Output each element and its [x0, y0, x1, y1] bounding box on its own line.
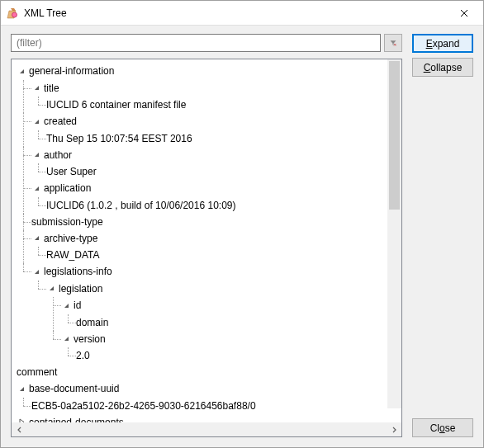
tree-node-label: archive-type: [44, 230, 97, 247]
left-column: general-information title IUCLID 6 conta: [11, 34, 402, 437]
tree-node-label: id: [74, 297, 81, 314]
window-close-button[interactable]: [445, 1, 483, 26]
tree-node-label: legislation: [59, 281, 102, 297]
svg-point-0: [12, 12, 17, 17]
tree-leaf[interactable]: RAW_DATA: [46, 247, 99, 263]
tree-node-label: created: [44, 113, 77, 130]
button-label: Close: [430, 422, 456, 434]
expand-button[interactable]: Expand: [412, 34, 473, 53]
tree-leaf[interactable]: Thu Sep 15 10:07:54 EEST 2016: [46, 130, 192, 147]
tree-node[interactable]: version: [61, 331, 106, 347]
tree-leaf[interactable]: 2.0: [76, 347, 90, 364]
tree-node[interactable]: application: [31, 180, 91, 196]
tree-node[interactable]: title: [31, 80, 59, 97]
chevron-down-icon[interactable]: [31, 83, 41, 93]
tree-leaf[interactable]: IUCLID 6 container manifest file: [46, 97, 186, 113]
tree-leaf[interactable]: domain: [76, 314, 108, 331]
chevron-down-icon[interactable]: [17, 384, 26, 394]
horizontal-scrollbar[interactable]: [12, 422, 401, 436]
scrollbar-thumb[interactable]: [389, 61, 400, 210]
tree-container: general-information title IUCLID 6 conta: [11, 59, 402, 437]
chevron-down-icon[interactable]: [31, 183, 41, 193]
window-title: XML Tree: [24, 7, 445, 19]
tree-node[interactable]: general-information: [17, 63, 114, 79]
tree-node[interactable]: legislations-info: [31, 263, 112, 280]
spacer: [412, 82, 473, 413]
collapse-button[interactable]: Collapse: [412, 58, 473, 77]
tree-leaf[interactable]: User Super: [46, 163, 97, 180]
xml-tree[interactable]: general-information title IUCLID 6 conta: [12, 59, 401, 422]
filter-row: [11, 34, 402, 52]
chevron-down-icon[interactable]: [61, 334, 71, 344]
tree-node[interactable]: created: [31, 113, 77, 130]
funnel-clear-icon: [390, 37, 396, 49]
tree-leaf-label: submission-type: [31, 214, 103, 230]
chevron-down-icon[interactable]: [46, 284, 56, 294]
chevron-down-icon[interactable]: [61, 300, 71, 310]
tree-node[interactable]: id: [61, 297, 81, 314]
tree-leaf[interactable]: IUCLID6 (1.0.2 , build of 10/06/2016 10:…: [46, 197, 235, 214]
tree-leaf[interactable]: ECB5-0a2a5102-26b2-4265-9030-6216456baf8…: [31, 398, 256, 414]
close-icon: [460, 9, 468, 17]
scroll-right-icon[interactable]: [387, 423, 400, 436]
tree-leaf-label: User Super: [46, 163, 97, 180]
vertical-scrollbar[interactable]: [387, 59, 401, 408]
scroll-left-icon[interactable]: [13, 423, 26, 436]
xml-tree-dialog: XML Tree: [0, 0, 484, 448]
tree-node-label: version: [74, 331, 106, 347]
chevron-down-icon[interactable]: [31, 233, 41, 243]
tree-node-label: base-document-uuid: [29, 380, 119, 397]
chevron-down-icon[interactable]: [17, 66, 26, 76]
chevron-down-icon[interactable]: [31, 116, 41, 126]
tree-node[interactable]: contained-documents: [17, 414, 124, 423]
tree-leaf-label: RAW_DATA: [46, 247, 99, 263]
button-label: Expand: [426, 38, 460, 50]
tree-node-label: contained-documents: [29, 414, 124, 423]
app-icon: [6, 7, 19, 20]
close-button[interactable]: Close: [412, 418, 473, 437]
tree-node[interactable]: author: [31, 147, 72, 163]
chevron-down-icon[interactable]: [31, 150, 41, 160]
button-column: Expand Collapse Close: [412, 34, 473, 437]
chevron-down-icon[interactable]: [31, 266, 41, 276]
tree-leaf-label: domain: [76, 314, 108, 331]
tree-node-label: title: [44, 80, 59, 97]
tree-leaf-label: comment: [17, 364, 57, 380]
tree-node-label: general-information: [29, 63, 114, 79]
client-area: general-information title IUCLID 6 conta: [1, 26, 483, 447]
filter-clear-button[interactable]: [384, 34, 402, 52]
tree-leaf-label: IUCLID 6 container manifest file: [46, 97, 186, 113]
tree-leaf-label: Thu Sep 15 10:07:54 EEST 2016: [46, 130, 192, 147]
button-label: Collapse: [424, 62, 463, 73]
tree-node[interactable]: archive-type: [31, 230, 97, 247]
tree-leaf-label: ECB5-0a2a5102-26b2-4265-9030-6216456baf8…: [31, 398, 256, 414]
filter-input[interactable]: [11, 34, 381, 52]
tree-node[interactable]: legislation: [46, 281, 102, 297]
tree-leaf-label: IUCLID6 (1.0.2 , build of 10/06/2016 10:…: [46, 197, 235, 214]
tree-leaf-label: 2.0: [76, 347, 90, 364]
tree-node-label: legislations-info: [44, 263, 112, 280]
tree-node[interactable]: base-document-uuid: [17, 380, 119, 397]
tree-leaf[interactable]: comment: [17, 364, 57, 380]
tree-leaf[interactable]: submission-type: [31, 214, 103, 230]
titlebar: XML Tree: [1, 1, 483, 26]
tree-node-label: author: [44, 147, 72, 163]
tree-node-label: application: [44, 180, 91, 196]
chevron-right-icon[interactable]: [17, 417, 26, 423]
